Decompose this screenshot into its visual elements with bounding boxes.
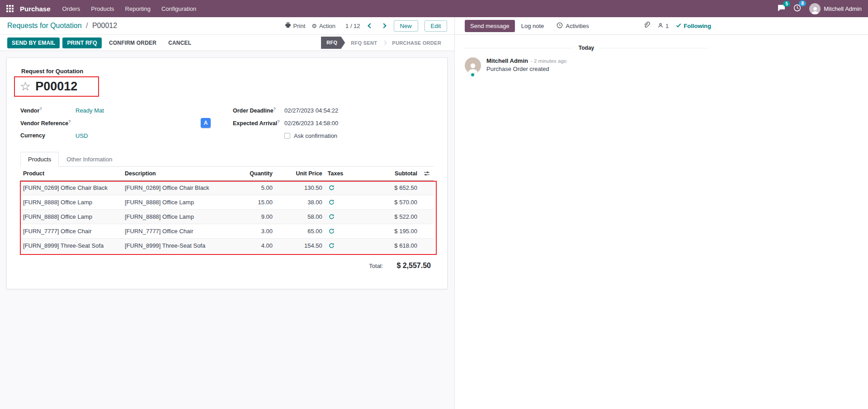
refresh-taxes-icon[interactable]: [328, 185, 335, 191]
order-lines-table-wrap: Product Description Quantity Unit Price …: [20, 167, 434, 253]
messages-menu-button[interactable]: 5: [778, 5, 785, 13]
tab-other-information[interactable]: Other Information: [59, 152, 120, 167]
cell-description: [FURN_8888] Office Lamp: [122, 195, 232, 210]
cell-unit-price: 38.00: [275, 195, 325, 210]
cancel-button[interactable]: CANCEL: [164, 38, 196, 48]
apps-grid-icon: [6, 5, 14, 12]
activities-count-badge: 8: [799, 0, 806, 6]
confirm-order-button[interactable]: CONFIRM ORDER: [104, 38, 161, 48]
paperclip-icon: [643, 24, 650, 30]
send-message-button[interactable]: Send message: [465, 20, 515, 32]
app-name[interactable]: Purchase: [20, 5, 51, 13]
cell-quantity: 9.00: [232, 210, 275, 224]
order-line-row[interactable]: [FURN_0269] Office Chair Black [FURN_026…: [20, 181, 434, 195]
currency-value-link[interactable]: USD: [75, 132, 88, 139]
status-pipeline: RFQ RFQ SENT PURCHASE ORDER: [321, 37, 447, 49]
day-divider-label: Today: [579, 45, 594, 51]
status-bar: SEND BY EMAIL PRINT RFQ CONFIRM ORDER CA…: [0, 35, 454, 51]
cell-unit-price: 58.00: [275, 210, 325, 224]
optional-columns-header: [420, 167, 434, 181]
ask-confirmation-label: Ask confirmation: [294, 132, 337, 139]
vendor-label: Vendor: [20, 108, 39, 114]
col-header-description[interactable]: Description: [122, 167, 232, 181]
cell-subtotal: $ 618.00: [354, 239, 420, 253]
following-button[interactable]: Following: [676, 23, 711, 29]
pager-previous-button[interactable]: [367, 22, 374, 29]
form-view: Request for Quotation ☆ P00012 Vendor? R…: [0, 51, 454, 409]
followers-button[interactable]: 1: [657, 22, 669, 30]
col-header-taxes[interactable]: Taxes: [325, 167, 354, 181]
refresh-taxes-icon[interactable]: [328, 228, 335, 234]
status-step-rfq-sent[interactable]: RFQ SENT: [345, 40, 383, 46]
user-menu[interactable]: Mitchell Admin: [809, 3, 862, 14]
activities-menu-button[interactable]: 8: [793, 4, 801, 13]
field-order-deadline: Order Deadline? 02/27/2023 04:54:22: [233, 104, 434, 117]
chatter-panel: Send message Log note Activities: [455, 17, 868, 409]
apps-menu-button[interactable]: [3, 1, 17, 16]
cell-taxes: [325, 210, 354, 224]
nav-item-products[interactable]: Products: [85, 5, 119, 12]
nav-item-reporting[interactable]: Reporting: [120, 5, 156, 12]
tab-products[interactable]: Products: [20, 152, 59, 167]
breadcrumb-parent-link[interactable]: Requests for Quotation: [7, 22, 82, 29]
message-author[interactable]: Mitchell Admin: [486, 57, 528, 64]
print-rfq-button[interactable]: PRINT RFQ: [62, 38, 101, 48]
cell-product: [FURN_7777] Office Chair: [20, 224, 122, 239]
cell-quantity: 5.00: [232, 181, 275, 195]
field-grid: Vendor? Ready Mat Vendor Reference? Curr…: [20, 104, 434, 142]
activities-button[interactable]: Activities: [550, 19, 595, 33]
order-deadline-value: 02/27/2023 04:54:22: [284, 107, 338, 114]
message-author-avatar: [465, 57, 481, 74]
col-header-quantity[interactable]: Quantity: [232, 167, 275, 181]
breadcrumb: Requests for Quotation / P00012: [7, 22, 117, 30]
sliders-icon[interactable]: [423, 171, 431, 176]
help-marker: ?: [274, 107, 276, 111]
cell-quantity: 4.00: [232, 239, 275, 253]
col-header-subtotal[interactable]: Subtotal: [354, 167, 420, 181]
user-avatar: [809, 3, 821, 14]
cell-quantity: 15.00: [232, 195, 275, 210]
col-header-product[interactable]: Product: [20, 167, 122, 181]
send-by-email-button[interactable]: SEND BY EMAIL: [7, 38, 60, 48]
record-pager: 1 / 12: [345, 23, 360, 29]
order-line-row[interactable]: [FURN_7777] Office Chair [FURN_7777] Off…: [20, 224, 434, 239]
record-title: P00012: [35, 79, 77, 94]
print-label: Print: [293, 23, 306, 29]
ask-confirmation-checkbox[interactable]: [284, 133, 290, 139]
gear-icon: ⚙: [311, 23, 317, 29]
user-name: Mitchell Admin: [824, 5, 862, 12]
refresh-taxes-icon[interactable]: [328, 199, 335, 205]
log-note-button[interactable]: Log note: [515, 20, 551, 32]
field-vendor: Vendor? Ready Mat: [20, 104, 233, 117]
nav-item-orders[interactable]: Orders: [57, 5, 86, 12]
annotation-rectangle-title: ☆ P00012: [14, 76, 99, 97]
pager-next-button[interactable]: [380, 22, 387, 29]
order-line-row[interactable]: [FURN_8888] Office Lamp [FURN_8888] Offi…: [20, 210, 434, 224]
order-line-row[interactable]: [FURN_8999] Three-Seat Sofa [FURN_8999] …: [20, 239, 434, 253]
help-marker: ?: [39, 107, 42, 111]
vendor-value-link[interactable]: Ready Mat: [75, 107, 104, 114]
refresh-taxes-icon[interactable]: [328, 214, 335, 220]
edit-button[interactable]: Edit: [425, 20, 447, 32]
cell-description: [FURN_7777] Office Chair: [122, 224, 232, 239]
cell-description: [FURN_8888] Office Lamp: [122, 210, 232, 224]
field-currency: Currency USD: [20, 129, 233, 142]
status-step-purchase-order[interactable]: PURCHASE ORDER: [386, 40, 447, 46]
breadcrumb-current: P00012: [92, 22, 117, 29]
message-thread: Today Mitchell Admin - 2 minutes ago Pur…: [455, 35, 708, 74]
print-button[interactable]: Print: [285, 22, 306, 29]
new-button[interactable]: New: [394, 20, 418, 32]
cell-product: [FURN_8888] Office Lamp: [20, 210, 122, 224]
action-label: Action: [319, 23, 335, 29]
col-header-unit-price[interactable]: Unit Price: [275, 167, 325, 181]
following-label: Following: [684, 23, 711, 29]
nav-item-configuration[interactable]: Configuration: [156, 5, 202, 12]
currency-label: Currency: [20, 132, 45, 139]
favorite-star-icon[interactable]: ☆: [20, 80, 31, 93]
action-button[interactable]: ⚙ Action: [311, 23, 335, 29]
status-step-rfq[interactable]: RFQ: [321, 37, 345, 49]
attachments-button[interactable]: [643, 22, 650, 30]
refresh-taxes-icon[interactable]: [328, 243, 335, 249]
order-line-row[interactable]: [FURN_8888] Office Lamp [FURN_8888] Offi…: [20, 195, 434, 210]
translate-icon[interactable]: A: [201, 118, 211, 128]
